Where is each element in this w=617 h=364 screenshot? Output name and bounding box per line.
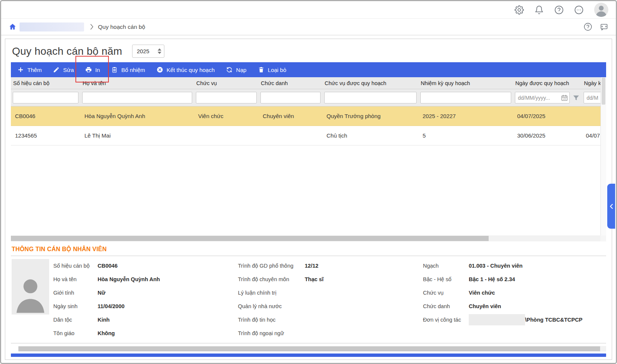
field-value: \Phòng TCBC&TCPCP: [525, 317, 582, 323]
svg-text:23: 23: [563, 97, 566, 100]
filter-so-hieu-input[interactable]: [13, 92, 78, 103]
filter-chuc-danh-input[interactable]: [260, 92, 321, 103]
cell-so-hieu: CB0046: [11, 113, 80, 119]
plus-icon: [17, 66, 24, 73]
horizontal-scrollbar-thumb[interactable]: [11, 236, 489, 241]
breadcrumb-current-page: Quy hoạch cán bộ: [98, 24, 145, 30]
info-horizontal-scrollbar[interactable]: [18, 346, 606, 352]
field-value: 11/04/2000: [98, 303, 125, 309]
grid-header-row: Số hiệu cán bộ Họ và tên Chức vụ Chức da…: [11, 77, 600, 89]
table-row-selected[interactable]: CB0046 Hòa Nguyễn Quỳnh Anh Viên chức Ch…: [11, 106, 600, 126]
field-label: Số hiệu cán bộ: [53, 263, 98, 269]
filter-ngay-ket-thuc-date-input[interactable]: [584, 92, 600, 103]
end-planning-button[interactable]: Kết thúc quy hoạch: [151, 62, 220, 77]
cell-ho-ten: Lê Thị Mai: [80, 132, 194, 139]
add-button[interactable]: Thêm: [12, 62, 47, 77]
field-value: 12/12: [305, 263, 318, 269]
field-label: Chức vụ: [423, 290, 469, 296]
field-value: Viên chức: [469, 290, 495, 296]
column-header[interactable]: Ngày được quy hoạch: [513, 80, 582, 86]
x-circle-icon: [157, 66, 163, 73]
column-header[interactable]: Chức danh: [259, 80, 322, 86]
cell-ngay-quy-hoach: 04/07/2025: [513, 113, 582, 119]
year-spinner: [132, 45, 164, 58]
field-value: Hòa Nguyễn Quỳnh Anh: [98, 276, 160, 282]
filter-ho-ten-input[interactable]: [82, 92, 192, 103]
field-label: Trình độ GD phổ thông: [238, 263, 305, 269]
column-header[interactable]: Nhiệm kỳ quy hoạch: [418, 80, 513, 86]
field-label: Quản lý nhà nước: [238, 303, 305, 309]
calendar-icon[interactable]: 23: [561, 94, 568, 101]
field-value: 01.003 - Chuyên viên: [469, 263, 522, 269]
field-label: Chức danh: [423, 303, 469, 309]
cell-ngay-quy-hoach: 30/06/2025: [513, 132, 582, 139]
column-header[interactable]: Chức vụ: [194, 80, 259, 86]
page-title: Quy hoạch cán bộ năm: [12, 45, 122, 57]
page-help-icon[interactable]: [584, 22, 592, 31]
field-value: Kinh: [98, 317, 110, 323]
column-header[interactable]: Chức vụ được quy hoạch: [322, 80, 418, 86]
employee-info-panel: Số hiệu cán bộCB0046 Họ và tênHòa Nguyễn…: [11, 256, 606, 343]
printer-icon: [85, 66, 92, 73]
year-increment-arrow-icon[interactable]: [158, 48, 161, 51]
cell-nhiem-ky: 5: [418, 132, 513, 139]
filter-cv-quy-hoach-input[interactable]: [324, 92, 417, 103]
field-value: Nữ: [98, 290, 105, 296]
chevron-right-icon: [90, 24, 93, 30]
column-header[interactable]: Số hiệu cán bộ: [11, 80, 80, 86]
bottom-blue-bar: [11, 354, 606, 357]
user-avatar[interactable]: [594, 3, 608, 17]
feedback-icon[interactable]: [600, 22, 608, 31]
field-label: Bậc - Hệ số: [423, 276, 469, 282]
remove-button[interactable]: Loại bỏ: [252, 62, 292, 77]
field-label: Trình độ tin học: [238, 317, 305, 323]
help-icon[interactable]: [554, 5, 564, 15]
top-bar: [1, 1, 616, 19]
action-toolbar: Thêm Sửa In Bổ nhiệm Kết thúc quy hoạch: [11, 62, 606, 77]
filter-nhiem-ky-input[interactable]: [420, 92, 511, 103]
info-column-3: Ngạch01.003 - Chuyên viên Bậc - Hệ sốBậc…: [423, 259, 606, 340]
trash-icon: [258, 66, 265, 73]
employee-photo-placeholder: [12, 259, 49, 315]
column-header[interactable]: Họ và tên: [80, 80, 194, 86]
grid-horizontal-scrollbar[interactable]: [11, 235, 600, 241]
field-value: Chuyên viên: [469, 303, 501, 309]
reload-button[interactable]: Nạp: [220, 62, 252, 77]
column-header[interactable]: Ngày k: [582, 80, 600, 86]
field-value: Thạc sĩ: [305, 276, 324, 282]
field-value: CB0046: [98, 263, 117, 269]
info-scrollbar-thumb[interactable]: [18, 346, 600, 351]
filter-chuc-vu-input[interactable]: [196, 92, 257, 103]
field-label: Dân tộc: [53, 317, 98, 323]
vertical-scrollbar-thumb[interactable]: [602, 78, 605, 105]
print-button[interactable]: In: [80, 62, 106, 77]
field-label: Họ và tên: [53, 276, 98, 282]
content-card: Quy hoạch cán bộ năm Thêm Sửa I: [5, 39, 612, 360]
refresh-icon: [226, 66, 233, 73]
planning-grid: Số hiệu cán bộ Họ và tên Chức vụ Chức da…: [11, 77, 606, 241]
cell-chuc-vu: Viên chức: [194, 113, 259, 119]
field-label: Ngạch: [423, 263, 469, 269]
redacted-unit-name: [469, 314, 525, 325]
cell-ngay-ket-thuc: 04/07: [582, 132, 600, 139]
home-icon[interactable]: [9, 23, 17, 31]
year-decrement-arrow-icon[interactable]: [158, 52, 161, 54]
field-label: Lý luận chính trị: [238, 290, 305, 296]
field-value: Bậc 1 - Hệ số 2.34: [469, 276, 515, 282]
notifications-bell-icon[interactable]: [534, 5, 544, 15]
grid-vertical-scrollbar[interactable]: [600, 77, 606, 235]
field-label: Tôn giáo: [53, 330, 98, 336]
appoint-button[interactable]: Bổ nhiệm: [105, 62, 150, 77]
collapse-panel-tab[interactable]: [607, 184, 615, 229]
table-row[interactable]: 1234565 Lê Thị Mai Chủ tịch 5 30/06/2025…: [11, 126, 600, 145]
filter-funnel-icon[interactable]: [572, 94, 580, 102]
cell-so-hieu: 1234565: [11, 132, 80, 139]
field-label: Trình độ ngoại ngữ: [238, 330, 305, 336]
edit-button[interactable]: Sửa: [47, 62, 79, 77]
year-input[interactable]: [137, 48, 154, 54]
breadcrumb-root-redacted[interactable]: [20, 22, 84, 31]
field-value-with-redaction: \Phòng TCBC&TCPCP: [469, 314, 582, 325]
settings-icon[interactable]: [515, 5, 524, 15]
scrollbar-corner: [600, 235, 606, 241]
more-options-icon[interactable]: [574, 5, 584, 15]
